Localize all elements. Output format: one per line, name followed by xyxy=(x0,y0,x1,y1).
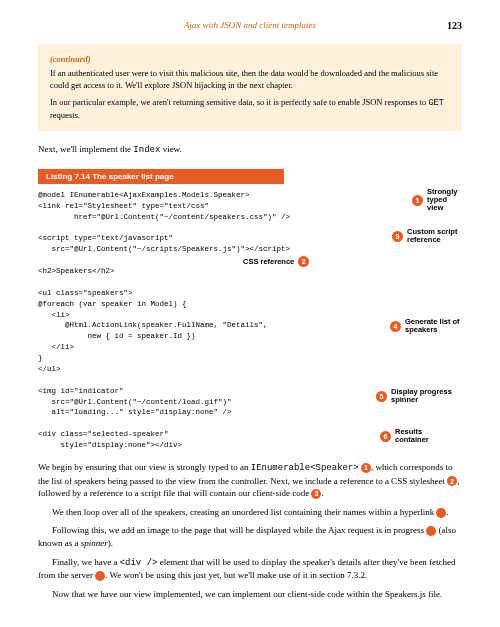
cue-6: 6 xyxy=(380,431,391,442)
inline-cue-3: 3 xyxy=(311,489,321,499)
inline-cue-6: 6 xyxy=(95,571,105,581)
cue-5: 5 xyxy=(376,391,387,402)
page-header: Ajax with JSON and client templates 123 xyxy=(38,20,462,30)
body-para-1: We begin by ensuring that our view is st… xyxy=(38,461,462,500)
annotation-6: 6 Results container xyxy=(380,428,442,445)
annotation-5: 5 Display progress spinner xyxy=(376,388,464,405)
callout-paragraph-2: In our particular example, we aren't ret… xyxy=(50,97,450,121)
inline-cue-1: 1 xyxy=(361,463,371,473)
cue-4: 4 xyxy=(390,321,401,332)
body-para-4: Finally, we have a <div /> element that … xyxy=(38,556,462,582)
body-para-5: Now that we have our view implemented, w… xyxy=(38,588,462,601)
annotation-3: 3 Custom script reference xyxy=(392,228,464,245)
cue-2: 2 xyxy=(298,256,309,267)
inline-cue-5: 5 xyxy=(426,526,436,536)
annotation-2: CSS reference 2 xyxy=(243,256,309,267)
inline-cue-2: 2 xyxy=(447,476,457,486)
code-listing: @model IEnumerable<AjaxExamples.Models.S… xyxy=(38,190,462,451)
running-head: Ajax with JSON and client templates xyxy=(38,20,462,30)
annotation-4: 4 Generate list of speakers xyxy=(390,318,464,335)
inline-cue-4: 4 xyxy=(436,508,446,518)
page-number: 123 xyxy=(447,20,462,31)
cue-1: 1 xyxy=(412,195,423,206)
intro-line: Next, we'll implement the Index view. xyxy=(38,143,462,157)
body-para-2: We then loop over all of the speakers, c… xyxy=(38,506,462,519)
annotation-1: 1 Strongly typed view xyxy=(412,188,464,213)
code-block: @model IEnumerable<AjaxExamples.Models.S… xyxy=(38,190,372,451)
callout-label: (continued) xyxy=(50,54,450,65)
listing-title: Listing 7.14 The speaker list page xyxy=(38,169,284,184)
body-para-3: Following this, we add an image to the p… xyxy=(38,524,462,549)
callout-continued: (continued) If an authenticated user wer… xyxy=(38,44,462,131)
callout-paragraph-1: If an authenticated user were to visit t… xyxy=(50,68,450,91)
cue-3: 3 xyxy=(392,231,403,242)
